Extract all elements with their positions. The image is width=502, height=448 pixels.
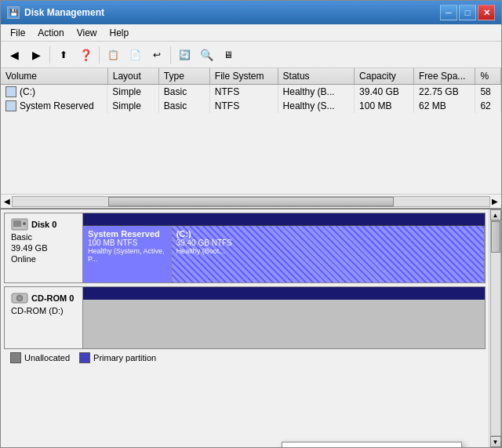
vscroll-track[interactable] — [490, 220, 501, 436]
cell-volume-1: System Reserved — [1, 99, 107, 113]
disk0-top-bar — [83, 213, 485, 226]
menu-view[interactable]: View — [71, 26, 104, 40]
cell-fs-0: NTFS — [209, 85, 278, 100]
toolbar-copy[interactable]: 📋 — [103, 45, 123, 65]
toolbar-sep-3 — [170, 46, 171, 64]
disk0-segments: System Reserved 100 MB NTFS Healthy (Sys… — [83, 226, 485, 282]
disk0-size: 39.49 GB — [11, 243, 76, 253]
cell-pct-0: 58 — [475, 85, 501, 100]
disk0-name: Disk 0 — [31, 220, 56, 229]
toolbar-sep-1 — [49, 46, 50, 64]
segment-system-reserved[interactable]: System Reserved 100 MB NTFS Healthy (Sys… — [83, 226, 172, 282]
cdrom0-name: CD-ROM 0 — [31, 293, 74, 303]
vertical-scrollbar[interactable]: ▲ ▼ — [489, 209, 501, 447]
lower-wrapper: Disk 0 Basic 39.49 GB Online System Rese… — [1, 209, 501, 447]
disk0-type: Basic — [11, 232, 76, 242]
menu-action[interactable]: Action — [31, 26, 70, 40]
legend-unallocated-label: Unallocated — [24, 353, 70, 362]
disk0-partitions: System Reserved 100 MB NTFS Healthy (Sys… — [83, 213, 485, 282]
toolbar-properties[interactable]: 🖥 — [218, 45, 238, 65]
cdrom0-bar — [83, 287, 485, 300]
cdrom0-content — [83, 287, 485, 348]
toolbar-forward[interactable]: ▶ — [26, 45, 46, 65]
toolbar-back[interactable]: ◀ — [4, 45, 24, 65]
menu-help[interactable]: Help — [104, 26, 136, 40]
col-percent[interactable]: % — [475, 68, 501, 85]
toolbar-refresh[interactable]: 🔄 — [174, 45, 195, 65]
legend-unalloc-box — [10, 352, 21, 363]
toolbar-up[interactable]: ⬆ — [53, 45, 74, 65]
disk0-row: Disk 0 Basic 39.49 GB Online System Rese… — [4, 213, 486, 283]
cdrom0-icon — [11, 292, 28, 304]
toolbar-undo[interactable]: ↩ — [147, 45, 167, 65]
hscroll-track[interactable] — [12, 196, 490, 207]
cell-type-1: Basic — [158, 99, 209, 113]
legend-primary-partition: Primary partition — [79, 352, 156, 363]
horizontal-scrollbar[interactable]: ◀ ▶ — [1, 194, 501, 208]
cell-pct-1: 62 — [475, 99, 501, 113]
drive-icon-c — [5, 86, 16, 97]
context-menu: Open Explore Mark Partition as Active Ch… — [282, 442, 462, 447]
col-volume[interactable]: Volume — [1, 68, 107, 85]
hscroll-left[interactable]: ◀ — [2, 197, 12, 206]
cell-layout-0: Simple — [107, 85, 158, 100]
toolbar-sep-2 — [99, 46, 100, 64]
title-bar-controls: ─ □ ✕ — [440, 5, 495, 20]
cell-capacity-1: 100 MB — [355, 99, 414, 113]
table-row[interactable]: (C:) Simple Basic NTFS Healthy (B... 39.… — [1, 85, 501, 100]
segment-c-drive[interactable]: (C:) 39.40 GB NTFS Healthy (Boot... — [172, 226, 485, 282]
menu-bar: File Action View Help — [1, 24, 501, 42]
lower-inner: Disk 0 Basic 39.49 GB Online System Rese… — [1, 209, 489, 447]
maximize-button[interactable]: □ — [459, 5, 476, 20]
title-bar: 💾 Disk Management ─ □ ✕ — [1, 1, 501, 24]
cell-capacity-0: 39.40 GB — [355, 85, 414, 100]
col-status[interactable]: Status — [278, 68, 355, 85]
disk-table: Volume Layout Type File System Status Ca… — [1, 68, 501, 113]
col-capacity[interactable]: Capacity — [355, 68, 414, 85]
ctx-open[interactable]: Open — [282, 444, 461, 447]
cell-layout-1: Simple — [107, 99, 158, 113]
disk0-status: Online — [11, 254, 76, 264]
cdrom0-label: CD-ROM 0 CD-ROM (D:) — [5, 287, 83, 348]
col-filesystem[interactable]: File System — [209, 68, 278, 85]
window-title: Disk Management — [24, 7, 440, 18]
cell-free-1: 62 MB — [413, 99, 475, 113]
cdrom0-segment[interactable] — [83, 300, 485, 348]
toolbar-help[interactable]: ❓ — [75, 45, 96, 65]
legend: Unallocated Primary partition — [4, 349, 486, 366]
close-button[interactable]: ✕ — [478, 5, 495, 20]
disk0-label: Disk 0 Basic 39.49 GB Online — [5, 213, 83, 282]
disk0-icon — [11, 218, 28, 231]
cell-status-1: Healthy (S... — [278, 99, 355, 113]
minimize-button[interactable]: ─ — [440, 5, 457, 20]
col-type[interactable]: Type — [158, 68, 209, 85]
disk-list-panel: Volume Layout Type File System Status Ca… — [1, 68, 501, 209]
table-row[interactable]: System Reserved Simple Basic NTFS Health… — [1, 99, 501, 113]
svg-rect-1 — [13, 220, 21, 227]
toolbar: ◀ ▶ ⬆ ❓ 📋 📄 ↩ 🔄 🔍 🖥 — [1, 42, 501, 68]
legend-primary-label: Primary partition — [93, 353, 156, 362]
toolbar-search[interactable]: 🔍 — [196, 45, 216, 65]
toolbar-paste[interactable]: 📄 — [125, 45, 145, 65]
menu-file[interactable]: File — [4, 26, 31, 40]
cdrom0-row: CD-ROM 0 CD-ROM (D:) — [4, 286, 486, 349]
cell-volume-0: (C:) — [1, 85, 107, 99]
hscroll-right[interactable]: ▶ — [490, 197, 500, 206]
col-freespace[interactable]: Free Spa... — [413, 68, 475, 85]
cell-status-0: Healthy (B... — [278, 85, 355, 100]
cell-fs-1: NTFS — [209, 99, 278, 113]
vscroll-down[interactable]: ▼ — [490, 436, 501, 447]
cell-type-0: Basic — [158, 85, 209, 100]
svg-point-5 — [19, 297, 21, 300]
disk-management-window: 💾 Disk Management ─ □ ✕ File Action View… — [0, 0, 502, 448]
cdrom0-segments — [83, 300, 485, 348]
hscroll-thumb[interactable] — [108, 197, 395, 206]
table-wrapper: Volume Layout Type File System Status Ca… — [1, 68, 501, 194]
drive-icon-sys — [5, 100, 16, 111]
cdrom0-drive: CD-ROM (D:) — [11, 306, 76, 315]
col-layout[interactable]: Layout — [107, 68, 158, 85]
svg-point-2 — [23, 222, 26, 225]
title-bar-icon: 💾 — [7, 6, 20, 19]
vscroll-up[interactable]: ▲ — [490, 209, 501, 220]
vscroll-thumb[interactable] — [491, 221, 500, 253]
